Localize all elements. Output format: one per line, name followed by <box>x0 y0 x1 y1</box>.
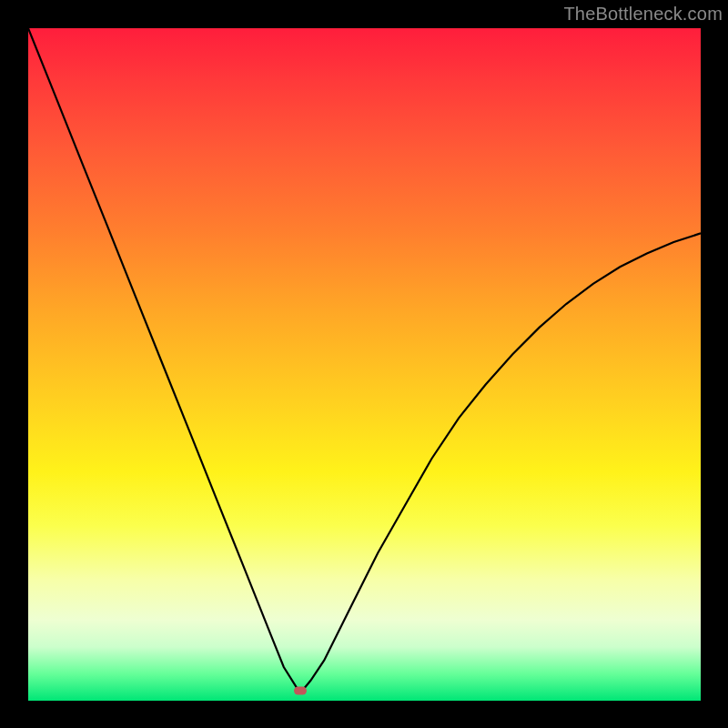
plot-area <box>28 28 701 701</box>
watermark-text: TheBottleneck.com <box>563 4 723 25</box>
bottleneck-curve <box>28 28 701 701</box>
chart-frame: TheBottleneck.com <box>0 0 728 728</box>
optimum-marker <box>294 686 307 694</box>
